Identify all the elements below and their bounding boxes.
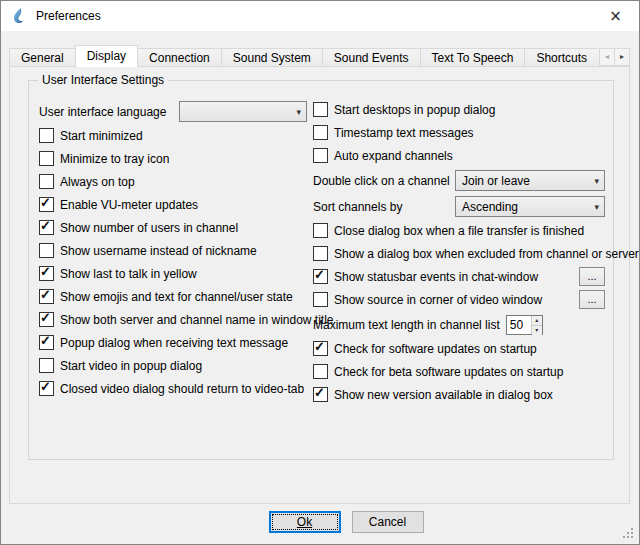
tab-sound-system[interactable]: Sound System [221,48,323,67]
checkbox-label: Show a dialog box when excluded from cha… [334,247,639,261]
checkbox-start-minimized[interactable]: Start minimized [39,127,307,144]
checkbox-vu-meter[interactable]: Enable VU-meter updates [39,196,307,213]
checkbox-timestamp-messages[interactable]: Timestamp text messages [313,124,605,141]
checkbox-box [313,246,328,261]
checkbox-label: Show source in corner of video window [334,293,542,307]
title-bar[interactable]: Preferences × [1,1,639,31]
spin-down-icon[interactable]: ▾ [532,326,542,335]
cancel-button-label: Cancel [369,515,406,529]
checkbox-beta-updates[interactable]: Check for beta software updates on start… [313,363,605,380]
checkbox-label: Show emojis and text for channel/user st… [60,290,293,304]
checkbox-box [39,381,54,396]
checkbox-show-user-count[interactable]: Show number of users in channel [39,219,307,236]
tab-bar: General Display Connection Sound System … [9,44,598,67]
tab-text-to-speech[interactable]: Text To Speech [420,48,526,67]
sort-channels-select[interactable]: Ascending ▾ [455,196,605,217]
chevron-down-icon: ▾ [588,176,599,186]
resize-grip[interactable] [622,527,624,529]
checkbox-label: Show statusbar events in chat-window [334,270,538,284]
checkbox-label: Start video in popup dialog [60,359,202,373]
checkbox-desktops-popup[interactable]: Start desktops in popup dialog [313,101,605,118]
checkbox-label: Popup dialog when receiving text message [60,336,288,350]
spin-up-icon[interactable]: ▴ [532,316,542,326]
max-text-length-label: Maximum text length in channel list [313,318,500,332]
checkbox-popup-text-message[interactable]: Popup dialog when receiving text message [39,334,307,351]
checkbox-box [39,220,54,235]
max-text-length-input[interactable] [507,316,531,334]
checkbox-video-return-tab[interactable]: Closed video dialog should return to vid… [39,380,307,397]
checkbox-auto-expand[interactable]: Auto expand channels [313,147,605,164]
checkbox-minimize-to-tray[interactable]: Minimize to tray icon [39,150,307,167]
checkbox-box [313,102,328,117]
ok-button[interactable]: Ok [269,511,341,533]
checkbox-box [39,266,54,281]
checkbox-software-updates[interactable]: Check for software updates on startup [313,340,605,357]
checkbox-label: Show number of users in channel [60,221,238,235]
checkbox-label: Start minimized [60,129,143,143]
double-click-row: Double click on a channel Join or leave … [313,170,605,191]
checkbox-video-source-corner[interactable]: Show source in corner of video window ..… [313,291,605,308]
checkbox-box [39,358,54,373]
checkbox-close-on-transfer[interactable]: Close dialog box when a file transfer is… [313,222,605,239]
checkbox-label: Auto expand channels [334,149,453,163]
left-column: User interface language ▾ Start minimize… [39,101,307,403]
checkbox-box [39,243,54,258]
checkbox-box [313,292,328,307]
checkbox-excluded-dialog[interactable]: Show a dialog box when excluded from cha… [313,245,605,262]
tab-scroll-left-icon[interactable]: ◂ [599,48,615,66]
checkbox-server-channel-title[interactable]: Show both server and channel name in win… [39,311,307,328]
checkbox-statusbar-events[interactable]: Show statusbar events in chat-window ... [313,268,605,285]
cancel-button[interactable]: Cancel [352,511,424,533]
checkbox-box [313,223,328,238]
tab-general[interactable]: General [9,48,76,67]
language-select[interactable]: ▾ [179,101,307,122]
tab-shortcuts[interactable]: Shortcuts [524,48,598,67]
checkbox-label: Show new version available in dialog box [334,388,553,402]
right-column: Start desktops in popup dialog Timestamp… [313,101,605,409]
app-icon [11,8,27,24]
statusbar-events-more-button[interactable]: ... [579,267,605,286]
checkbox-label: Closed video dialog should return to vid… [60,382,304,396]
ok-button-label: Ok [297,515,312,529]
tab-display[interactable]: Display [75,45,138,67]
sort-channels-value: Ascending [462,200,518,214]
checkbox-label: Always on top [60,175,135,189]
checkbox-box [39,289,54,304]
checkbox-box [39,151,54,166]
checkbox-box [39,197,54,212]
checkbox-box [39,174,54,189]
checkbox-label: Check for software updates on startup [334,342,537,356]
checkbox-last-to-talk[interactable]: Show last to talk in yellow [39,265,307,282]
checkbox-video-popup[interactable]: Start video in popup dialog [39,357,307,374]
tab-sound-events[interactable]: Sound Events [322,48,421,67]
window-title: Preferences [36,9,101,23]
checkbox-box [313,125,328,140]
checkbox-box [313,148,328,163]
chevron-down-icon: ▾ [290,107,301,117]
checkbox-box [313,269,328,284]
display-tab-pane: User Interface Settings User interface l… [9,66,630,504]
tab-scroll-right-icon[interactable]: ▸ [614,48,630,66]
double-click-label: Double click on a channel [313,174,450,188]
max-text-length-stepper[interactable]: ▴ ▾ [506,315,543,335]
checkbox-label: Start desktops in popup dialog [334,103,495,117]
checkbox-box [313,341,328,356]
user-interface-settings-group: User Interface Settings User interface l… [28,80,614,460]
double-click-select[interactable]: Join or leave ▾ [455,170,605,191]
checkbox-emojis-text[interactable]: Show emojis and text for channel/user st… [39,288,307,305]
group-title: User Interface Settings [38,73,168,88]
language-row: User interface language ▾ [39,101,307,122]
checkbox-label: Show username instead of nickname [60,244,257,258]
checkbox-label: Check for beta software updates on start… [334,365,563,379]
checkbox-show-username[interactable]: Show username instead of nickname [39,242,307,259]
checkbox-label: Close dialog box when a file transfer is… [334,224,584,238]
video-source-more-button[interactable]: ... [579,290,605,309]
double-click-value: Join or leave [462,174,530,188]
tab-connection[interactable]: Connection [137,48,222,67]
checkbox-box [39,335,54,350]
checkbox-new-version-dialog[interactable]: Show new version available in dialog box [313,386,605,403]
checkbox-label: Enable VU-meter updates [60,198,198,212]
checkbox-always-on-top[interactable]: Always on top [39,173,307,190]
dialog-button-row: Ok Cancel [1,511,639,533]
close-button[interactable]: × [593,2,638,30]
